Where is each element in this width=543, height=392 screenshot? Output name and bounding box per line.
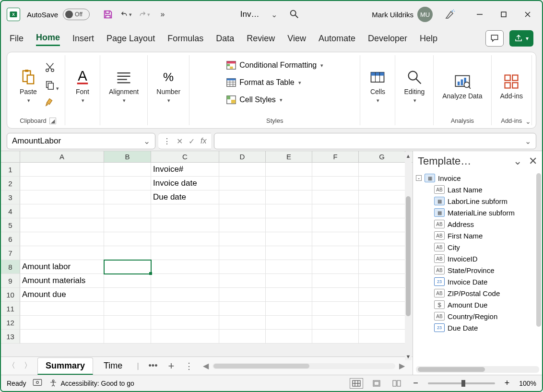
conditional-formatting-button[interactable]: Conditional Formatting▾ — [226, 60, 323, 71]
tab-insert[interactable]: Insert — [72, 32, 94, 46]
tree-item[interactable]: ▦LaborLine subform — [415, 195, 540, 207]
formula-more-icon[interactable]: ⋮ — [163, 137, 171, 146]
sheet-options-icon[interactable]: ⋮ — [182, 361, 196, 371]
cell[interactable] — [219, 163, 266, 177]
pane-horizontal-scrollbar[interactable] — [416, 366, 539, 373]
tab-file[interactable]: File — [10, 32, 24, 46]
macro-record-icon[interactable] — [33, 379, 42, 388]
cell[interactable] — [312, 163, 359, 177]
pane-scrollbar[interactable] — [536, 173, 541, 327]
cell[interactable]: Due date — [151, 190, 219, 204]
zoom-slider[interactable] — [428, 382, 495, 384]
alignment-button[interactable]: Alignment ▾ — [106, 67, 142, 106]
col-header-c[interactable]: C — [151, 151, 219, 162]
col-header-b[interactable]: B — [104, 151, 151, 162]
tree-item[interactable]: ABCity — [415, 241, 540, 253]
ribbon-collapse-icon[interactable]: ⌄ — [525, 118, 531, 125]
sheet-tab-time[interactable]: Time — [96, 358, 130, 374]
vertical-scrollbar[interactable]: ▲▼ — [405, 152, 412, 360]
comments-button[interactable] — [485, 30, 504, 47]
zoom-level[interactable]: 100% — [519, 380, 536, 387]
cut-icon[interactable] — [45, 62, 59, 75]
sheet-more-icon[interactable]: ••• — [146, 361, 161, 371]
tree-item[interactable]: ABAddress — [415, 218, 540, 230]
col-header-d[interactable]: D — [219, 151, 266, 162]
cancel-formula-icon[interactable]: ✕ — [177, 137, 183, 146]
tab-page-layout[interactable]: Page Layout — [106, 32, 155, 46]
tab-help[interactable]: Help — [420, 32, 437, 46]
col-header-g[interactable]: G — [359, 151, 405, 162]
row-header[interactable]: 3 — [1, 190, 20, 204]
cell[interactable] — [359, 163, 405, 177]
cell-styles-button[interactable]: Cell Styles▾ — [226, 95, 283, 105]
user-account[interactable]: Mark Uildriks MU — [372, 7, 433, 22]
view-page-break-button[interactable] — [390, 378, 403, 389]
horizontal-scrollbar[interactable]: ◀▶ — [199, 361, 409, 370]
document-name[interactable]: Inv… — [240, 10, 260, 19]
tab-formulas[interactable]: Formulas — [167, 32, 203, 46]
cell[interactable]: Invoice# — [151, 163, 219, 177]
doc-name-chevron-icon[interactable]: ⌄ — [271, 10, 277, 19]
minimize-button[interactable] — [474, 9, 485, 20]
sheet-nav-next[interactable]: 〉 — [21, 359, 35, 373]
qat-overflow[interactable]: » — [157, 9, 168, 20]
cell[interactable]: Amount labor — [20, 260, 104, 274]
tree-item[interactable]: ABCountry/Region — [415, 310, 540, 322]
zoom-out-button[interactable]: − — [410, 378, 421, 388]
format-painter-icon[interactable] — [45, 97, 59, 109]
accessibility-status[interactable]: Accessibility: Good to go — [49, 379, 134, 388]
zoom-in-button[interactable]: + — [502, 378, 513, 388]
tab-view[interactable]: View — [287, 32, 306, 46]
tab-automate[interactable]: Automate — [319, 32, 355, 46]
share-button[interactable]: ▾ — [509, 30, 533, 47]
select-all-corner[interactable] — [1, 151, 20, 162]
tab-data[interactable]: Data — [216, 32, 234, 46]
tree-item[interactable]: 23Due Date — [415, 322, 540, 333]
col-header-e[interactable]: E — [266, 151, 312, 162]
save-icon[interactable] — [102, 9, 114, 20]
copy-icon[interactable]: ▾ — [45, 80, 59, 92]
search-button[interactable] — [289, 9, 300, 20]
tree-item[interactable]: ABFirst Name — [415, 230, 540, 241]
tree-root[interactable]: - ▦ Invoice — [415, 172, 540, 184]
col-header-a[interactable]: A — [20, 151, 104, 162]
view-normal-button[interactable] — [350, 378, 363, 389]
row-header[interactable]: 1 — [1, 163, 20, 177]
cell[interactable]: Amount due — [20, 288, 104, 302]
spreadsheet-grid[interactable]: A B C D E F G 1 Invoice# 2 Invoice date — [1, 151, 413, 375]
active-cell[interactable] — [104, 260, 151, 274]
tree-item[interactable]: ABZIP/Postal Code — [415, 287, 540, 299]
cells-button[interactable]: Cells ▾ — [366, 67, 389, 106]
maximize-button[interactable] — [498, 9, 509, 20]
paste-button[interactable]: Paste ▾ — [17, 67, 40, 106]
tree-item[interactable]: ABInvoiceID — [415, 253, 540, 264]
tab-developer[interactable]: Developer — [368, 32, 407, 46]
collapse-icon[interactable]: - — [416, 175, 422, 181]
name-box[interactable]: AmountLabor ⌄ — [7, 133, 155, 149]
formula-bar[interactable]: ⌄ — [214, 133, 536, 149]
cell[interactable] — [266, 163, 312, 177]
fx-icon[interactable]: fx — [201, 137, 206, 145]
font-button[interactable]: A Font ▾ — [71, 67, 94, 106]
view-page-layout-button[interactable] — [370, 378, 383, 389]
tree-item[interactable]: ▦MaterialLine subform — [415, 207, 540, 218]
coming-soon-icon[interactable] — [444, 9, 456, 20]
formula-expand-icon[interactable]: ⌄ — [525, 137, 531, 146]
tree-item[interactable]: 23Invoice Date — [415, 276, 540, 287]
autosave-toggle[interactable]: Off — [63, 9, 90, 20]
pane-close-icon[interactable]: ✕ — [529, 155, 537, 167]
undo-button[interactable]: ▾ — [120, 9, 132, 20]
sheet-nav-prev[interactable]: 〈 — [5, 359, 18, 373]
tab-review[interactable]: Review — [247, 32, 275, 46]
format-as-table-button[interactable]: Format as Table▾ — [226, 77, 301, 88]
enter-formula-icon[interactable]: ✓ — [189, 137, 195, 146]
pane-dropdown-icon[interactable]: ⌄ — [513, 155, 522, 167]
col-header-f[interactable]: F — [312, 151, 359, 162]
addins-button[interactable]: Add-ins — [497, 71, 526, 102]
cell[interactable] — [104, 163, 151, 177]
editing-button[interactable]: Editing ▾ — [401, 67, 427, 106]
row-header[interactable]: 2 — [1, 177, 20, 190]
tree-item[interactable]: $Amount Due — [415, 299, 540, 310]
cell[interactable]: Invoice date — [151, 177, 219, 190]
close-button[interactable] — [522, 9, 533, 20]
